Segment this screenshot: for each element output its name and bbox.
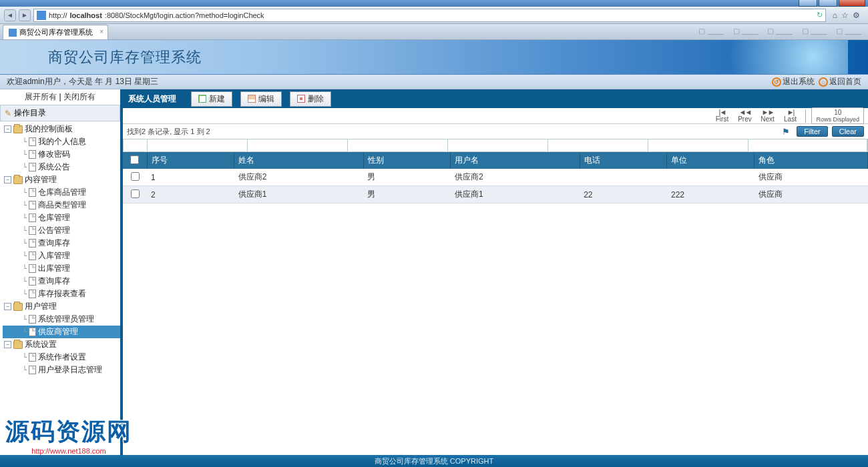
window-close-button[interactable] bbox=[839, 0, 865, 7]
tree-item[interactable]: └供应商管理 bbox=[3, 326, 120, 338]
filter-cell[interactable] bbox=[348, 139, 448, 151]
favorites-bar: ▢ ____▢ ____▢ ____▢ ____▢ ____ bbox=[698, 27, 861, 35]
column-header[interactable]: 序号 bbox=[147, 152, 234, 169]
expand-all-link[interactable]: 展开所有 bbox=[25, 92, 57, 101]
logout-link[interactable]: ↺退出系统 bbox=[772, 76, 815, 87]
flag-icon[interactable]: ⚑ bbox=[782, 127, 793, 136]
tree-item[interactable]: └库存报表查看 bbox=[3, 288, 120, 300]
filter-cell[interactable] bbox=[124, 139, 148, 151]
filter-cell[interactable] bbox=[648, 139, 748, 151]
cell-user: 供应商2 bbox=[451, 169, 580, 186]
home-link[interactable]: ⌂返回首页 bbox=[819, 76, 861, 87]
column-header[interactable]: 姓名 bbox=[234, 152, 363, 169]
url-path: :8080/StockMgt/login.action?method=login… bbox=[105, 11, 264, 19]
footer-text: 商贸公司库存管理系统 COPYRIGHT bbox=[375, 457, 493, 465]
browser-back-button[interactable]: ◄ bbox=[4, 9, 16, 21]
row-checkbox[interactable] bbox=[131, 172, 140, 181]
new-button[interactable]: 新建 bbox=[191, 91, 232, 107]
tree-item[interactable]: └仓库商品管理 bbox=[3, 186, 120, 199]
result-summary: 找到2 条记录, 显示 1 到 2 bbox=[127, 127, 210, 137]
filter-cell[interactable] bbox=[448, 139, 548, 151]
table-row[interactable]: 2供应商1男供应商122222供应商 bbox=[123, 186, 868, 203]
cell-unit bbox=[667, 169, 754, 186]
toggle-icon[interactable] bbox=[4, 125, 11, 133]
tree-item[interactable]: └系统作者设置 bbox=[3, 351, 120, 364]
result-info-row: 找到2 条记录, 显示 1 到 2 ⚑ Filter Clear bbox=[123, 124, 868, 139]
pager-next[interactable]: ►►Next bbox=[757, 109, 777, 123]
tree-item[interactable]: └我的个人信息 bbox=[3, 135, 120, 148]
browser-tab-active[interactable]: 商贸公司库存管理系统 × bbox=[3, 25, 108, 39]
tab-title: 商贸公司库存管理系统 bbox=[19, 27, 93, 37]
rows-displayed[interactable]: 10 Rows Displayed bbox=[811, 107, 864, 124]
tree-item[interactable]: └系统公告 bbox=[3, 161, 120, 173]
tree-item[interactable]: └入库管理 bbox=[3, 250, 120, 262]
filter-button[interactable]: Filter bbox=[797, 126, 827, 137]
filter-cell[interactable] bbox=[748, 139, 867, 151]
sidebar-ops-header[interactable]: ✎ 操作目录 bbox=[0, 105, 120, 121]
column-header[interactable]: 电话 bbox=[580, 152, 667, 169]
select-all-checkbox[interactable] bbox=[130, 155, 139, 164]
tree-item[interactable]: └商品类型管理 bbox=[3, 199, 120, 211]
window-maximize-button[interactable] bbox=[819, 0, 837, 7]
welcome-bar: 欢迎admin用户，今天是 年 月 13日 星期三 ↺退出系统 ⌂返回首页 bbox=[0, 75, 868, 89]
column-header[interactable] bbox=[123, 152, 147, 169]
tree-item[interactable]: └系统管理员管理 bbox=[3, 313, 120, 326]
favorites-icon[interactable]: ☆ bbox=[841, 11, 849, 20]
tree-item[interactable]: └查询库存 bbox=[3, 237, 120, 250]
column-header[interactable]: 单位 bbox=[667, 152, 754, 169]
column-header[interactable]: 用户名 bbox=[451, 152, 580, 169]
collapse-all-link[interactable]: 关闭所有 bbox=[63, 92, 95, 101]
new-icon bbox=[198, 95, 206, 103]
window-minimize-button[interactable] bbox=[799, 0, 817, 7]
tree-folder[interactable]: 系统设置 bbox=[3, 338, 120, 351]
filter-cell[interactable] bbox=[548, 139, 648, 151]
document-icon bbox=[29, 226, 36, 235]
tab-favicon bbox=[9, 29, 17, 37]
tree-folder[interactable]: 我的控制面板 bbox=[3, 123, 120, 135]
toggle-icon[interactable] bbox=[4, 341, 11, 348]
document-icon bbox=[29, 213, 36, 222]
url-scheme: http:// bbox=[49, 11, 67, 19]
filter-cell[interactable] bbox=[248, 139, 348, 151]
pager-first[interactable]: |◄First bbox=[712, 109, 732, 123]
tree-item[interactable]: └出库管理 bbox=[3, 262, 120, 275]
delete-button[interactable]: 删除 bbox=[290, 91, 331, 107]
pager-last[interactable]: ►|Last bbox=[780, 109, 800, 123]
table-row[interactable]: 1供应商2男供应商2供应商 bbox=[123, 169, 868, 186]
document-icon bbox=[29, 315, 36, 324]
tree-item[interactable]: └修改密码 bbox=[3, 148, 120, 161]
cell-role: 供应商 bbox=[754, 169, 868, 186]
document-icon bbox=[29, 353, 36, 362]
cell-tel: 22 bbox=[580, 186, 667, 203]
filter-row bbox=[123, 139, 868, 152]
cell-sex: 男 bbox=[363, 186, 451, 203]
tree-folder[interactable]: 用户管理 bbox=[3, 300, 120, 313]
tree-item[interactable]: └查询库存 bbox=[3, 275, 120, 288]
address-bar[interactable]: http://localhost:8080/StockMgt/login.act… bbox=[33, 9, 826, 22]
edit-icon bbox=[248, 95, 256, 103]
column-header[interactable]: 角色 bbox=[754, 152, 868, 169]
nav-tree: 我的控制面板└我的个人信息└修改密码└系统公告内容管理└仓库商品管理└商品类型管… bbox=[0, 121, 120, 382]
home-icon[interactable]: ⌂ bbox=[833, 11, 837, 20]
browser-forward-button[interactable]: ► bbox=[19, 9, 31, 21]
document-icon bbox=[29, 277, 36, 286]
reload-icon[interactable]: ↻ bbox=[817, 11, 823, 19]
pager-prev[interactable]: ◄◄Prev bbox=[734, 109, 754, 123]
document-icon bbox=[29, 290, 36, 298]
tree-item[interactable]: └用户登录日志管理 bbox=[3, 364, 120, 376]
filter-cell[interactable] bbox=[148, 139, 248, 151]
tree-folder[interactable]: 内容管理 bbox=[3, 173, 120, 186]
document-icon bbox=[29, 150, 36, 159]
tab-close-icon[interactable]: × bbox=[99, 28, 103, 35]
row-checkbox[interactable] bbox=[131, 189, 140, 198]
column-header[interactable]: 性别 bbox=[363, 152, 451, 169]
tree-item[interactable]: └仓库管理 bbox=[3, 211, 120, 224]
cell-no: 2 bbox=[147, 186, 234, 203]
settings-icon[interactable]: ⚙ bbox=[853, 11, 860, 20]
edit-button[interactable]: 编辑 bbox=[240, 91, 282, 107]
tree-item[interactable]: └公告管理 bbox=[3, 224, 120, 237]
clear-button[interactable]: Clear bbox=[832, 126, 864, 137]
toggle-icon[interactable] bbox=[4, 303, 11, 310]
folder-icon bbox=[13, 341, 23, 349]
toggle-icon[interactable] bbox=[4, 176, 11, 183]
